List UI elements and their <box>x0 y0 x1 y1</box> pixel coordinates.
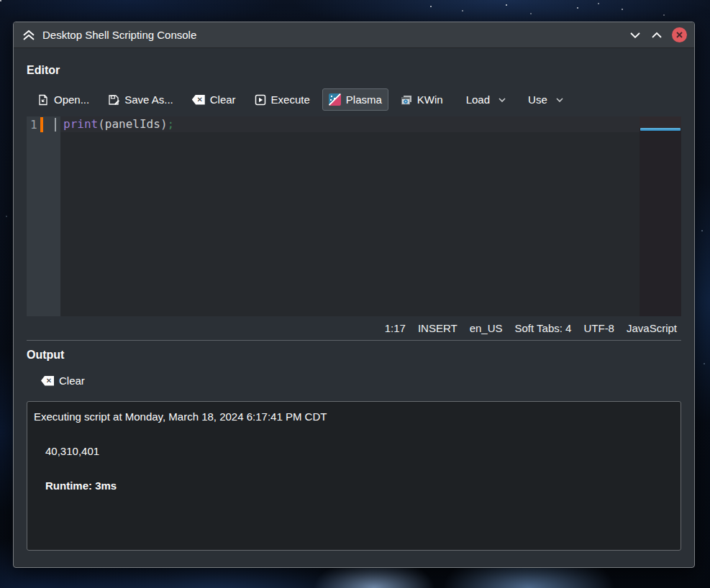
plasma-logo-icon <box>329 93 341 106</box>
modified-line-marker <box>40 117 43 132</box>
window-content: Editor Open... Save As... ✕ <box>14 48 694 567</box>
chevron-down-icon <box>629 32 641 39</box>
open-button-label: Open... <box>54 93 89 106</box>
document-open-icon <box>37 94 49 106</box>
output-clear-button-label: Clear <box>59 375 85 387</box>
line-number: 1 <box>30 117 37 132</box>
maximize-button[interactable] <box>647 26 666 45</box>
titlebar[interactable]: Desktop Shell Scripting Console <box>14 22 694 48</box>
editor-clear-button-label: Clear <box>210 93 236 106</box>
execute-button-label: Execute <box>271 93 310 106</box>
editor-clear-button[interactable]: ✕ Clear <box>186 88 242 111</box>
status-syntax-mode[interactable]: JavaScript <box>627 322 677 334</box>
code-line: print(panelIds); <box>60 116 640 132</box>
status-encoding[interactable]: UTF-8 <box>583 322 614 334</box>
kwin-window-gear-icon <box>401 94 412 106</box>
output-clear-button[interactable]: ✕ Clear <box>35 369 91 392</box>
log-exec-header: Executing script at Monday, March 18, 20… <box>34 410 675 423</box>
kwin-toggle-button[interactable]: KWin <box>394 88 450 111</box>
code-semicolon: ; <box>168 117 175 131</box>
double-chevron-up-icon <box>22 29 35 41</box>
scrollbar-thumb[interactable] <box>640 116 681 128</box>
section-separator <box>27 340 681 341</box>
edit-clear-backspace-icon: ✕ <box>41 376 54 386</box>
plasma-toggle-label: Plasma <box>346 93 382 106</box>
save-as-button[interactable]: Save As... <box>101 88 180 111</box>
minimize-button[interactable] <box>626 26 645 45</box>
load-menu-label: Load <box>466 93 490 106</box>
plasma-toggle-button[interactable]: Plasma <box>322 88 388 111</box>
log-runtime: Runtime: 3ms <box>45 479 675 492</box>
text-caret <box>55 118 56 132</box>
status-tab-mode[interactable]: Soft Tabs: 4 <box>515 322 572 334</box>
window-title: Desktop Shell Scripting Console <box>42 29 196 41</box>
chevron-down-icon <box>555 97 564 103</box>
open-button[interactable]: Open... <box>31 88 96 111</box>
log-result-value: 40,310,401 <box>45 444 675 458</box>
code-close-paren: ) <box>160 117 168 131</box>
editor-text-area[interactable]: print(panelIds); <box>60 116 640 316</box>
edit-clear-backspace-icon: ✕ <box>192 95 205 105</box>
status-input-mode[interactable]: INSERT <box>418 322 458 334</box>
output-heading: Output <box>27 349 681 362</box>
scripting-console-window: Desktop Shell Scripting Console Editor <box>13 22 695 568</box>
code-editor: 1 print(panelIds); <box>27 116 681 316</box>
save-as-button-label: Save As... <box>124 93 173 106</box>
chevron-down-icon <box>498 97 506 103</box>
close-x-icon <box>675 31 683 39</box>
wallpaper-stars <box>0 0 1 1</box>
document-save-as-icon <box>108 94 119 106</box>
use-menu-button[interactable]: Use <box>522 88 570 111</box>
status-dictionary[interactable]: en_US <box>470 322 503 334</box>
editor-heading: Editor <box>27 64 681 77</box>
editor-statusbar: 1:17 INSERT en_US Soft Tabs: 4 UTF-8 Jav… <box>27 318 681 337</box>
execute-button[interactable]: Execute <box>248 88 317 111</box>
status-cursor-position[interactable]: 1:17 <box>385 322 406 334</box>
editor-scrollbar[interactable] <box>640 116 681 316</box>
kwin-toggle-label: KWin <box>417 93 443 106</box>
code-keyword: print <box>63 117 98 131</box>
code-open-paren: ( <box>98 117 105 131</box>
run-play-icon <box>255 94 266 106</box>
code-identifier: panelIds <box>105 117 160 131</box>
output-toolbar: ✕ Clear <box>35 371 681 390</box>
output-log[interactable]: Executing script at Monday, March 18, 20… <box>27 401 681 551</box>
editor-toolbar: Open... Save As... ✕ Clear Execu <box>31 86 681 113</box>
chevron-up-icon <box>651 32 663 39</box>
scrollbar-position-bar <box>640 128 681 131</box>
load-menu-button[interactable]: Load <box>460 88 513 111</box>
close-button[interactable] <box>672 27 687 42</box>
editor-gutter: 1 <box>27 116 60 316</box>
use-menu-label: Use <box>528 93 547 106</box>
